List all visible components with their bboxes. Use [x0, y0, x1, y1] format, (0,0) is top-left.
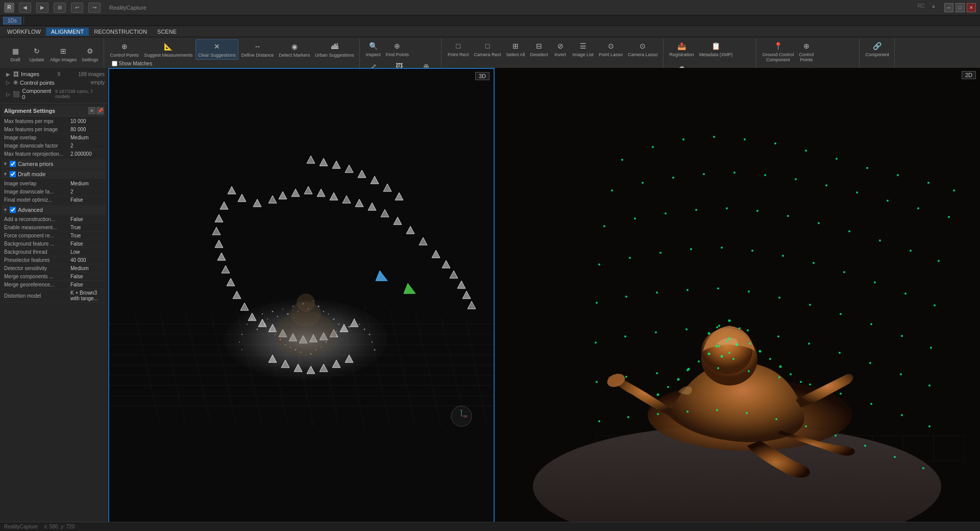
svg-line-11	[186, 314, 211, 426]
menu-alignment[interactable]: ALIGNMENT	[46, 28, 89, 36]
suggest-measurements-button[interactable]: 📐 Suggest Measurements	[142, 39, 194, 60]
images-expand-icon: ▶	[6, 71, 11, 77]
align-images-button[interactable]: ⊞ Align Images	[48, 44, 79, 64]
deselect-button[interactable]: ⊟ Deselect	[528, 39, 550, 59]
close-button[interactable]: ✕	[967, 3, 976, 12]
svg-point-200	[843, 271, 845, 273]
svg-point-159	[713, 136, 715, 138]
svg-point-225	[869, 362, 871, 364]
cp-label: Control points	[20, 80, 55, 86]
distortion-model-value: K + Brown3 with tange...	[70, 290, 104, 301]
metadata-xmp-label: Metadata (XMP)	[699, 53, 733, 58]
svg-point-237	[870, 403, 872, 405]
tb-btn-grid[interactable]: ⊞	[54, 3, 66, 13]
menu-scene[interactable]: SCENE	[152, 28, 182, 36]
cursor-coords: x: 580, y: 720	[44, 524, 75, 529]
svg-point-272	[736, 344, 739, 346]
define-distance-button[interactable]: ↔ Define Distance	[239, 39, 276, 60]
svg-marker-75	[317, 189, 325, 197]
select-all-icon: ⊞	[510, 40, 521, 52]
menu-workflow[interactable]: WORKFLOW	[2, 28, 46, 36]
show-matches-input[interactable]	[112, 61, 117, 66]
find-points-button[interactable]: ⊕ Find Points	[384, 39, 411, 59]
svg-point-189	[879, 239, 881, 242]
draft-icon: ▦	[10, 45, 21, 57]
merge-components-value: False	[70, 274, 104, 279]
viewport-3d[interactable]: 3D	[108, 68, 495, 531]
select-all-button[interactable]: ⊞ Select All	[504, 39, 527, 59]
detect-markers-button[interactable]: ◉ Detect Markers	[277, 39, 312, 60]
maximize-button[interactable]: □	[955, 3, 965, 12]
merge-components-row: Merge components ... False	[2, 273, 106, 281]
define-distance-label: Define Distance	[241, 53, 274, 58]
show-matches-checkbox[interactable]: Show Matches	[110, 60, 167, 67]
tree-item-control-points[interactable]: ▷ ⊕ Control points empty	[2, 78, 106, 87]
camera-rect-button[interactable]: □ Camera Rect	[472, 39, 503, 59]
enable-measurement-row: Enable measurement... True	[2, 224, 106, 232]
tree-item-component[interactable]: ▷ ⬛ Component 0 9 187/188 cams, 7 models	[2, 87, 106, 101]
invert-button[interactable]: ⊘ Invert	[551, 39, 570, 59]
update-button[interactable]: ↻ Update	[27, 44, 47, 64]
svg-point-270	[716, 345, 718, 348]
scene-svg: Y X	[109, 69, 494, 530]
settings-button[interactable]: ⚙ Settings	[80, 44, 101, 64]
draft-mode-checkbox[interactable]	[10, 171, 16, 177]
status-bar: RealityCapture x: 580, y: 720	[0, 522, 980, 531]
inspect-button[interactable]: 🔍 Inspect	[364, 39, 383, 59]
statue-view	[495, 68, 980, 531]
image-list-button[interactable]: ☰ Image List	[571, 39, 596, 59]
viewport-2d[interactable]: 2D	[495, 68, 980, 531]
control-points-gc-button[interactable]: ⊕ ControlPoints	[797, 39, 816, 64]
svg-point-38	[338, 324, 339, 325]
svg-point-267	[790, 373, 792, 375]
draft-button[interactable]: ▦ Draft	[5, 44, 26, 64]
image-downscale-label: Image downscale factor	[4, 143, 70, 149]
settings-close-btn[interactable]: ✕	[88, 107, 95, 114]
detector-sensitivity-row: Detector sensitivity Medium	[2, 264, 106, 273]
registration-export-button[interactable]: 📤 Registration	[668, 39, 696, 59]
settings-pin-btn[interactable]: 📌	[96, 107, 104, 114]
ground-control-button[interactable]: 📍 Ground ControlComponent	[761, 39, 796, 64]
svg-point-260	[688, 368, 690, 371]
svg-point-233	[748, 370, 750, 372]
svg-point-209	[748, 291, 750, 293]
camera-lasso-button[interactable]: ⊙ Camera Lasso	[626, 39, 660, 59]
main-area: 3D	[108, 68, 980, 531]
control-points-button[interactable]: ⊕ Control Points	[108, 39, 141, 60]
tb-btn-redo[interactable]: ↪	[88, 3, 101, 13]
camera-priors-checkbox[interactable]	[10, 161, 16, 167]
component-button[interactable]: 🔗 Component	[864, 39, 892, 59]
svg-marker-68	[228, 186, 236, 194]
svg-point-63	[239, 342, 240, 343]
advanced-header[interactable]: ▼ Advanced	[2, 205, 106, 214]
point-lasso-button[interactable]: ⊙ Point Lasso	[597, 39, 625, 59]
svg-marker-77	[342, 196, 351, 203]
svg-point-244	[716, 409, 718, 411]
svg-point-203	[934, 304, 936, 306]
svg-line-10	[160, 314, 186, 426]
bg-thread-row: Background thread Low	[2, 248, 106, 256]
svg-point-210	[778, 297, 780, 299]
tree-item-images[interactable]: ▶ 🖼 Images 9 188 images	[2, 70, 106, 78]
svg-point-268	[657, 394, 659, 396]
draft-mode-header[interactable]: ▼ Draft mode	[2, 170, 106, 179]
deselect-label: Deselect	[530, 53, 548, 58]
metadata-xmp-button[interactable]: 📋 Metadata (XMP)	[697, 39, 735, 59]
merge-georeference-row: Merge georeference... False	[2, 281, 106, 289]
tb-btn-back[interactable]: ◀	[19, 3, 31, 13]
svg-marker-84	[432, 250, 440, 258]
image-overlap-row: Image overlap Medium	[2, 134, 106, 142]
tb-btn-fwd[interactable]: ▶	[36, 3, 48, 13]
max-reprojection-label: Max feature reprojection...	[4, 151, 70, 157]
point-rect-button[interactable]: □ Point Rect	[446, 39, 471, 59]
camera-priors-header[interactable]: ▼ Camera priors	[2, 159, 106, 168]
menu-reconstruction[interactable]: RECONSTRUCTION	[89, 28, 152, 36]
minimize-button[interactable]: ─	[944, 3, 953, 12]
svg-point-194	[659, 252, 662, 254]
cp-icon: ⊕	[13, 79, 18, 86]
clear-suggestions-button[interactable]: ✕ Clear Suggestions	[195, 39, 238, 60]
bg-feature-label: Background feature ...	[4, 241, 70, 247]
tb-btn-undo[interactable]: ↩	[71, 3, 83, 13]
advanced-checkbox[interactable]	[10, 207, 16, 213]
urban-suggestions-button[interactable]: 🏙 Urban Suggestions	[313, 39, 356, 60]
